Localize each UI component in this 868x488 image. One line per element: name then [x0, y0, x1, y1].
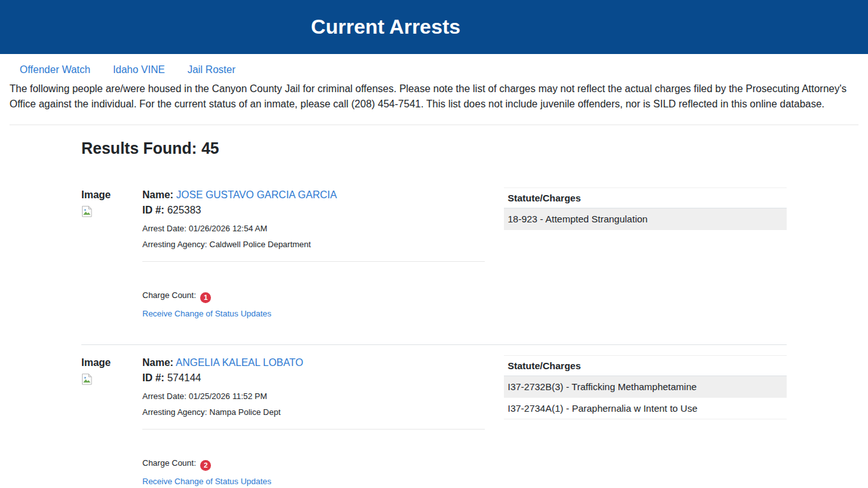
charge-row: 18-923 - Attempted Strangulation	[504, 208, 787, 230]
broken-image-icon	[81, 205, 93, 218]
id-label: ID #:	[142, 205, 165, 215]
arresting-agency: Arresting Agency: Caldwell Police Depart…	[142, 240, 485, 250]
image-label: Image	[81, 187, 142, 203]
status-updates-link[interactable]: Receive Change of Status Updates	[142, 477, 271, 486]
page-divider	[10, 125, 858, 125]
charge-count-line: Charge Count: 2	[142, 458, 485, 471]
charges-header-row: Statute/Charges	[504, 188, 787, 208]
arrest-record: Image Name: ANGELIA KALEAL LOBATO ID #: …	[81, 344, 787, 488]
charge-count-badge: 2	[200, 460, 211, 471]
image-label: Image	[81, 355, 142, 370]
charge-item: I37-2734A(1) - Paraphernalia w Intent to…	[504, 398, 787, 419]
intro-text: The following people are/were housed in …	[10, 81, 858, 112]
details-divider	[142, 261, 485, 262]
arrest-date: Arrest Date: 01/25/2026 11:52 PM	[142, 391, 485, 402]
charge-item: I37-2732B(3) - Trafficking Methamphetami…	[504, 376, 787, 398]
name-label: Name:	[142, 357, 173, 368]
top-nav: Offender Watch Idaho VINE Jail Roster	[0, 54, 868, 76]
charge-count-line: Charge Count: 1	[142, 290, 485, 303]
arresting-agency: Arresting Agency: Nampa Police Dept	[142, 407, 485, 417]
nav-link-jail-roster[interactable]: Jail Roster	[187, 64, 236, 75]
charge-row: I37-2734A(1) - Paraphernalia w Intent to…	[504, 398, 787, 419]
arrest-record: Image Name: JOSE GUSTAVO GARCIA GARCIA I…	[81, 187, 787, 344]
broken-image-icon	[81, 373, 93, 386]
name-line: Name: ANGELIA KALEAL LOBATO	[142, 355, 485, 370]
charge-count-label: Charge Count:	[142, 290, 196, 300]
page-header: Current Arrests	[0, 0, 868, 54]
nav-link-offender-watch[interactable]: Offender Watch	[20, 64, 90, 75]
status-updates-link[interactable]: Receive Change of Status Updates	[142, 309, 271, 318]
charge-count-label: Charge Count:	[142, 458, 196, 468]
details-divider	[142, 429, 485, 430]
inmate-id: 574144	[167, 372, 201, 383]
name-label: Name:	[142, 189, 173, 200]
arrest-date: Arrest Date: 01/26/2026 12:54 AM	[142, 224, 485, 234]
id-label: ID #:	[142, 372, 165, 383]
name-line: Name: JOSE GUSTAVO GARCIA GARCIA	[142, 187, 485, 203]
charge-row: I37-2732B(3) - Trafficking Methamphetami…	[504, 376, 787, 398]
id-line: ID #: 625383	[142, 203, 485, 218]
results-heading: Results Found: 45	[81, 139, 787, 158]
charges-column: Statute/Charges I37-2732B(3) - Trafficki…	[504, 355, 787, 487]
charge-item: 18-923 - Attempted Strangulation	[504, 208, 787, 230]
charges-column: Statute/Charges 18-923 - Attempted Stran…	[504, 187, 787, 319]
charges-table: Statute/Charges I37-2732B(3) - Trafficki…	[504, 355, 787, 419]
charges-header: Statute/Charges	[504, 188, 787, 208]
details-column: Name: ANGELIA KALEAL LOBATO ID #: 574144…	[142, 355, 485, 487]
details-column: Name: JOSE GUSTAVO GARCIA GARCIA ID #: 6…	[142, 187, 485, 319]
results-container: Results Found: 45 Image Name: JOSE GUSTA…	[72, 139, 796, 488]
charge-count-badge: 1	[200, 292, 211, 303]
charges-table: Statute/Charges 18-923 - Attempted Stran…	[504, 187, 787, 230]
inmate-id: 625383	[167, 205, 201, 215]
image-column: Image	[81, 187, 142, 319]
inmate-name-link[interactable]: JOSE GUSTAVO GARCIA GARCIA	[176, 189, 337, 200]
page-title: Current Arrests	[0, 15, 771, 39]
image-column: Image	[81, 355, 142, 487]
nav-link-idaho-vine[interactable]: Idaho VINE	[113, 64, 165, 75]
charges-header-row: Statute/Charges	[504, 356, 787, 376]
id-line: ID #: 574144	[142, 370, 485, 386]
charges-header: Statute/Charges	[504, 356, 787, 376]
inmate-name-link[interactable]: ANGELIA KALEAL LOBATO	[175, 357, 303, 368]
header-inner: Current Arrests	[0, 15, 771, 39]
